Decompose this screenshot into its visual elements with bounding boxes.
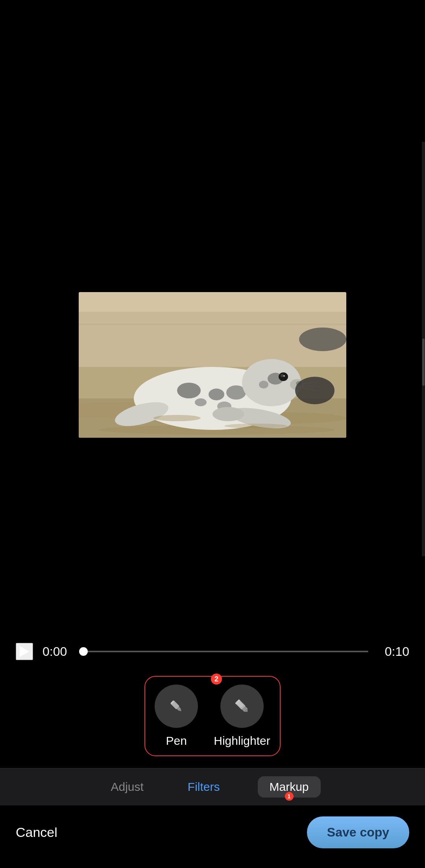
time-total: 0:10 xyxy=(378,644,409,659)
svg-point-20 xyxy=(283,375,285,377)
tool-picker-container: 2 Pen xyxy=(0,668,425,768)
highlighter-icon xyxy=(233,697,251,716)
bottom-tabs: Adjust Filters Markup 1 xyxy=(0,768,425,805)
progress-track[interactable] xyxy=(83,651,368,652)
svg-point-11 xyxy=(209,389,224,400)
seal-image xyxy=(79,292,346,438)
progress-thumb[interactable] xyxy=(79,647,88,656)
play-icon xyxy=(20,646,29,657)
playback-bar: 0:00 0:10 xyxy=(16,635,409,668)
svg-point-29 xyxy=(295,377,334,404)
svg-rect-3 xyxy=(79,292,346,312)
tab-filters[interactable]: Filters xyxy=(181,777,226,797)
pen-label: Pen xyxy=(166,734,187,748)
svg-point-10 xyxy=(177,383,201,398)
pen-icon xyxy=(167,697,186,716)
play-button[interactable] xyxy=(16,643,33,660)
video-area xyxy=(0,142,425,556)
svg-point-19 xyxy=(281,374,284,377)
pen-tool[interactable]: Pen xyxy=(155,685,198,748)
save-copy-button[interactable]: Save copy xyxy=(307,816,409,848)
tools-badge: 2 xyxy=(211,674,222,685)
photo-container xyxy=(79,292,346,438)
seal-svg xyxy=(79,292,346,438)
tab-markup[interactable]: Markup 1 xyxy=(258,776,321,798)
svg-point-13 xyxy=(195,398,207,406)
time-current: 0:00 xyxy=(42,644,74,659)
highlighter-icon-circle xyxy=(220,685,264,728)
highlighter-tool[interactable]: Highlighter xyxy=(214,685,270,748)
tab-adjust[interactable]: Adjust xyxy=(104,777,150,797)
svg-point-17 xyxy=(259,381,268,389)
pen-icon-circle xyxy=(155,685,198,728)
scrollbar-thumb[interactable] xyxy=(422,339,425,386)
bottom-action-bar: Cancel Save copy xyxy=(0,805,425,868)
svg-point-31 xyxy=(224,424,287,428)
scrollbar[interactable] xyxy=(422,142,425,556)
svg-point-30 xyxy=(153,415,201,421)
markup-badge: 1 xyxy=(285,792,294,801)
tool-picker: Pen Highlighter xyxy=(144,676,280,756)
playback-controls: 0:00 0:10 xyxy=(0,635,425,668)
bottom-padding xyxy=(0,556,425,635)
main-container: 0:00 0:10 2 xyxy=(0,0,425,868)
highlighter-label: Highlighter xyxy=(214,734,270,748)
cancel-button[interactable]: Cancel xyxy=(16,821,57,844)
svg-point-18 xyxy=(279,372,288,381)
svg-point-8 xyxy=(299,328,346,351)
svg-point-28 xyxy=(213,407,244,421)
top-padding xyxy=(0,0,425,142)
svg-rect-4 xyxy=(79,324,346,325)
